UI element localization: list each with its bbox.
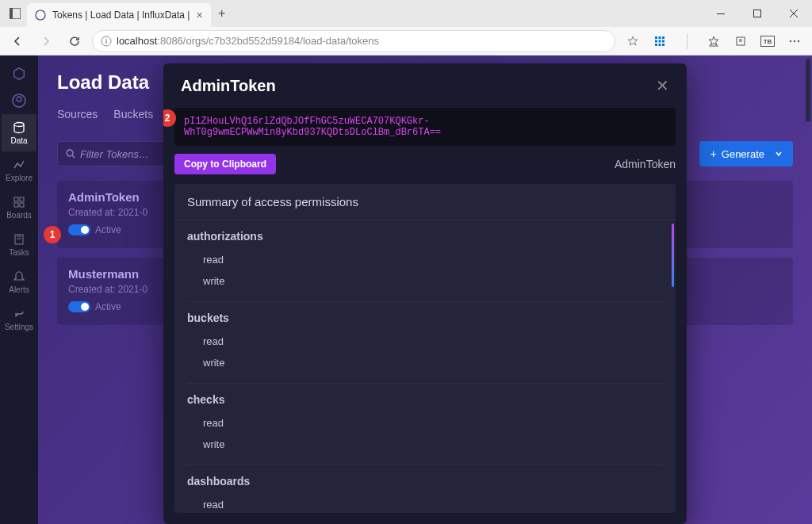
back-button[interactable] [6, 30, 29, 52]
modal-close-button[interactable]: ✕ [656, 76, 669, 95]
svg-rect-1 [10, 8, 13, 19]
tab-favicon-icon [35, 10, 46, 21]
svg-point-26 [17, 97, 21, 101]
svg-rect-3 [717, 13, 725, 14]
svg-point-23 [798, 40, 799, 41]
sidebar-label: Settings [5, 323, 33, 331]
svg-rect-13 [662, 40, 665, 42]
permissions-scrollbar[interactable] [672, 224, 674, 287]
svg-rect-9 [659, 36, 661, 39]
token-modal: AdminToken ✕ 2 pI1ZHouLVhQ16rlZdQbJOfFhG… [163, 63, 687, 524]
permission-resource: checks [187, 393, 663, 406]
sidebar-user[interactable] [2, 87, 36, 114]
permission-group: bucketsreadwrite [187, 302, 663, 384]
minimize-button[interactable] [703, 0, 739, 27]
permission-action: read [187, 249, 663, 270]
permission-action: read [187, 331, 663, 352]
sidebar-item-alerts[interactable]: Alerts [2, 263, 36, 300]
refresh-button[interactable] [63, 30, 86, 52]
url-port: :8086 [157, 35, 183, 47]
sidebar-label: Boards [6, 211, 32, 220]
menu-icon[interactable] [783, 30, 806, 52]
url-host: localhost [117, 35, 157, 47]
svg-point-27 [14, 123, 24, 127]
sidebar-label: Explore [6, 174, 33, 182]
svg-rect-11 [655, 40, 657, 42]
permission-action: read [187, 494, 663, 513]
token-value-display[interactable]: pI1ZHouLVhQ16rlZdQbJOfFhGC5zuWECA707KQKG… [174, 108, 676, 146]
permission-action: write [187, 434, 663, 455]
permission-resource: buckets [187, 312, 663, 324]
svg-rect-31 [20, 203, 24, 207]
svg-rect-17 [687, 33, 688, 49]
main-content: Load Data Sources Buckets Filter Tokens…… [38, 55, 812, 524]
browser-titlebar: Tokens | Load Data | InfluxData | × + [0, 0, 812, 27]
url-path: /orgs/c7b32bd552d59184/load-data/tokens [183, 35, 379, 47]
forward-button[interactable] [35, 30, 57, 52]
sidebar-label: Data [10, 136, 27, 145]
permission-group: authorizationsreadwrite [187, 220, 663, 302]
permission-group: dashboardsreadwrite [187, 465, 663, 513]
svg-point-6 [105, 38, 107, 40]
svg-text:TB: TB [764, 38, 772, 45]
permissions-header: Summary of access permissions [174, 184, 676, 220]
svg-rect-8 [655, 36, 657, 39]
permission-group: checksreadwrite [187, 384, 663, 465]
sidebar-item-data[interactable]: Data [2, 114, 36, 151]
permission-action: read [187, 412, 663, 434]
svg-marker-24 [14, 68, 25, 79]
favorites-bar-icon[interactable] [703, 30, 725, 52]
permission-action: write [187, 270, 663, 292]
svg-rect-7 [105, 40, 106, 44]
info-icon [101, 36, 112, 47]
svg-rect-30 [14, 203, 18, 207]
sidebar-logo[interactable] [2, 60, 36, 87]
svg-rect-28 [14, 197, 18, 201]
grid-extension-icon[interactable] [649, 30, 671, 52]
tb-extension-icon[interactable]: TB [756, 30, 779, 52]
permissions-body[interactable]: authorizationsreadwritebucketsreadwritec… [174, 220, 676, 513]
svg-rect-29 [20, 197, 24, 201]
copy-to-clipboard-button[interactable]: Copy to Clipboard [174, 154, 276, 174]
sidebar-item-settings[interactable]: Settings [2, 300, 36, 338]
new-tab-button[interactable]: + [211, 6, 233, 21]
permission-resource: authorizations [187, 230, 663, 243]
svg-point-22 [794, 40, 795, 41]
svg-rect-16 [662, 44, 665, 46]
svg-rect-14 [655, 44, 657, 46]
browser-address-bar: localhost:8086/orgs/c7b32bd552d59184/loa… [0, 27, 812, 55]
sidebar-label: Alerts [9, 285, 29, 294]
sidebar-item-explore[interactable]: Explore [2, 151, 36, 189]
svg-rect-12 [659, 40, 661, 42]
maximize-button[interactable] [739, 0, 776, 27]
modal-overlay: AdminToken ✕ 2 pI1ZHouLVhQ16rlZdQbJOfFhG… [38, 55, 812, 524]
token-description: AdminToken [615, 158, 676, 170]
tab-title: Tokens | Load Data | InfluxData | [52, 10, 190, 21]
callout-1: 1 [44, 226, 61, 243]
url-field[interactable]: localhost:8086/orgs/c7b32bd552d59184/loa… [92, 30, 615, 52]
modal-title: AdminToken [181, 77, 276, 95]
permission-resource: dashboards [187, 475, 663, 488]
sidebar-item-tasks[interactable]: Tasks [2, 226, 36, 263]
browser-tab[interactable]: Tokens | Load Data | InfluxData | × [27, 3, 211, 27]
browser-app-icon [3, 2, 27, 25]
close-window-button[interactable] [776, 0, 812, 27]
svg-point-21 [790, 40, 791, 41]
svg-rect-10 [662, 36, 665, 39]
divider-icon [676, 30, 698, 52]
sidebar: Data Explore Boards Tasks Alerts Setting… [0, 55, 38, 524]
svg-rect-4 [754, 10, 761, 17]
permission-action: write [187, 352, 663, 373]
tab-close-icon[interactable]: × [196, 9, 202, 21]
collections-icon[interactable] [730, 30, 752, 52]
sidebar-label: Tasks [9, 248, 29, 257]
favorite-icon[interactable] [622, 30, 644, 52]
svg-point-2 [36, 10, 45, 20]
permissions-panel: Summary of access permissions authorizat… [174, 184, 676, 513]
svg-rect-15 [659, 44, 661, 46]
sidebar-item-boards[interactable]: Boards [2, 189, 36, 226]
